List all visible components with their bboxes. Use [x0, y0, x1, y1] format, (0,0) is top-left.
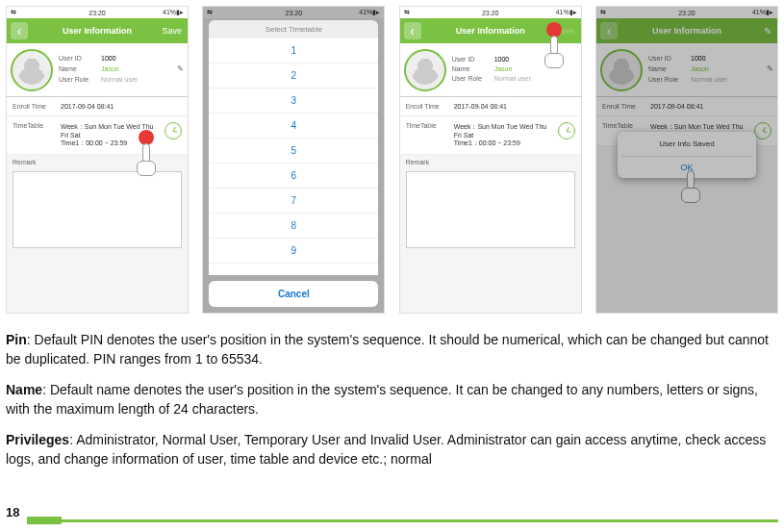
signal-icon: ⇆ [404, 9, 410, 16]
picker-title: Select Timetable [209, 20, 378, 38]
privileges-heading: Privileges [6, 432, 69, 447]
profile-section: User ID1000 NameJason✎ User RoleNormal u… [596, 43, 777, 97]
name-heading: Name [6, 382, 42, 397]
picker-item[interactable]: 2 [209, 63, 378, 89]
save-button[interactable]: Save [162, 26, 182, 36]
touch-gesture-icon [671, 172, 710, 220]
page-title: User Information [652, 26, 721, 36]
clock-icon[interactable] [164, 122, 182, 139]
battery-indicator: 41%▮▸ [752, 9, 773, 16]
remark-textarea[interactable] [406, 171, 575, 248]
role-label: User Role [59, 76, 95, 83]
topbar: User Information Save [7, 18, 188, 43]
picker-item[interactable]: 7 [209, 189, 378, 214]
pin-heading: Pin [6, 332, 27, 347]
enroll-value: 2017-09-04 08:41 [454, 103, 575, 110]
alert-ok-button[interactable]: OK [621, 157, 752, 178]
role-label: User Role [648, 76, 685, 83]
touch-gesture-icon [535, 22, 573, 70]
picker-sheet: Select Timetable 1 2 3 4 5 6 7 8 9 Cance… [209, 20, 378, 307]
picker-item[interactable]: 8 [209, 214, 378, 239]
screen-2: ⇆ 23:20 41%▮▸ Select Timetable 1 2 3 4 5… [202, 6, 385, 314]
footer-rule [62, 519, 778, 522]
name-text: : Default name denotes the user's positi… [6, 382, 758, 417]
profile-section: User ID1000 NameJason✎ User RoleNormal u… [7, 43, 188, 97]
clock-icon [754, 122, 771, 139]
enroll-label: Enroll Time [602, 103, 645, 110]
battery-indicator: 41%▮▸ [163, 9, 184, 16]
remark-label: Remark [406, 159, 575, 165]
picker-item[interactable]: 3 [209, 89, 378, 114]
timetable-label: TimeTable [602, 122, 645, 129]
avatar[interactable] [404, 49, 446, 91]
enroll-value: 2017-09-04 08:41 [61, 103, 182, 110]
role-value[interactable]: Normal user [494, 75, 531, 82]
userid-label: User ID [452, 56, 489, 63]
picker-list: 1 2 3 4 5 6 7 8 9 [209, 38, 378, 275]
userid-value: 1000 [691, 55, 706, 62]
screen-1: ⇆ 23:20 41%▮▸ User Information Save User… [6, 6, 189, 314]
back-button[interactable] [600, 22, 618, 39]
avatar[interactable] [11, 49, 53, 91]
privileges-text: : Administrator, Normal User, Temporary … [6, 432, 766, 467]
name-label: Name [452, 65, 489, 72]
userid-value: 1000 [101, 55, 116, 62]
edit-name-icon: ✎ [767, 64, 773, 73]
picker-item[interactable]: 6 [209, 164, 378, 189]
remark-textarea[interactable] [13, 171, 182, 248]
name-value[interactable]: Jason [494, 65, 513, 72]
enroll-row: Enroll Time 2017-09-04 08:41 [596, 97, 777, 116]
screenshot-row: ⇆ 23:20 41%▮▸ User Information Save User… [6, 6, 778, 314]
name-value[interactable]: Jason [101, 65, 119, 72]
paragraph-pin: Pin: Default PIN denotes the user's posi… [6, 331, 778, 368]
userid-label: User ID [648, 55, 685, 62]
page-title: User Information [456, 26, 525, 36]
paragraph-privileges: Privileges: Administrator, Normal User, … [6, 431, 778, 469]
enroll-label: Enroll Time [13, 103, 55, 110]
picker-item[interactable]: 4 [209, 114, 378, 139]
signal-icon: ⇆ [600, 9, 606, 16]
page-number: 18 [6, 505, 19, 519]
avatar [600, 49, 643, 91]
timetable-label: TimeTable [13, 122, 55, 129]
topbar: User Information ✎ [596, 18, 777, 43]
signal-icon: ⇆ [11, 9, 16, 16]
alert-dialog: User Info Saved OK [618, 132, 756, 178]
screen-3: ⇆ 23:20 41%▮▸ User Information Save User… [399, 6, 582, 314]
page-footer: 18 [6, 499, 778, 524]
paragraph-name: Name: Default name denotes the user's po… [6, 381, 778, 418]
role-value[interactable]: Normal user [101, 76, 138, 83]
picker-item[interactable]: 1 [209, 38, 378, 63]
status-bar: ⇆ 23:20 41%▮▸ [596, 7, 777, 18]
timetable-label: TimeTable [406, 122, 448, 129]
clock-time: 23:20 [678, 10, 695, 16]
picker-item[interactable]: 9 [209, 239, 378, 264]
edit-name-icon[interactable]: ✎ [177, 64, 184, 73]
enroll-row: Enroll Time 2017-09-04 08:41 [7, 97, 188, 116]
back-button[interactable] [11, 22, 28, 39]
screen-4: ⇆ 23:20 41%▮▸ User Information ✎ User ID… [595, 6, 778, 314]
name-value: Jason [691, 65, 709, 72]
clock-time: 23:20 [482, 10, 499, 16]
status-bar: ⇆ 23:20 41%▮▸ [7, 7, 188, 18]
picker-item[interactable]: 5 [209, 139, 378, 164]
role-label: User Role [452, 75, 489, 82]
enroll-label: Enroll Time [406, 103, 448, 110]
touch-gesture-icon [127, 130, 165, 178]
picker-cancel-button[interactable]: Cancel [209, 281, 378, 307]
edit-button[interactable]: ✎ [764, 26, 771, 37]
alert-title: User Info Saved [621, 139, 752, 157]
role-value: Normal user [691, 76, 727, 83]
page-title: User Information [63, 26, 132, 36]
back-button[interactable] [404, 22, 421, 39]
timetable-value: Week：Sun Mon Tue Wed Thu Fri Sat [650, 122, 745, 139]
battery-indicator: 41%▮▸ [556, 9, 577, 16]
clock-icon[interactable] [558, 122, 575, 139]
footer-accent-bar [27, 517, 62, 524]
enroll-row: Enroll Time 2017-09-04 08:41 [400, 97, 581, 116]
pin-text: : Default PIN denotes the user's positio… [6, 332, 769, 367]
timetable-row[interactable]: TimeTable Week：Sun Mon Tue Wed Thu Fri S… [400, 116, 581, 155]
userid-value: 1000 [494, 56, 510, 63]
timetable-value: Week：Sun Mon Tue Wed Thu Fri Sat Time1：0… [454, 122, 548, 148]
enroll-value: 2017-09-04 08:41 [650, 103, 771, 110]
